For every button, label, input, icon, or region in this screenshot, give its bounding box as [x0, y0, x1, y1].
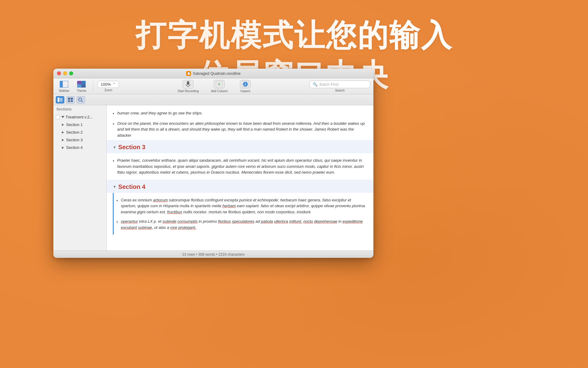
- window-title: 📋 Salvaged Quatrain.ooutline: [186, 71, 241, 76]
- section3-label: Section 3: [66, 138, 83, 142]
- svg-text:+: +: [218, 81, 221, 87]
- sidebar-toggle-button[interactable]: Sidebar: [56, 79, 72, 94]
- section3-expand-icon: [62, 139, 64, 141]
- sidebar-item-treatment[interactable]: Treatment v.2...: [53, 113, 106, 121]
- bullet-item-1: • Once on the planet, the crew encounter…: [113, 119, 367, 140]
- section4-text2: operantur intra LX p. et subinde consump…: [121, 218, 367, 230]
- start-recording-button[interactable]: Start Recording: [174, 79, 201, 94]
- inspect-label: Inspect: [241, 89, 250, 93]
- search-placeholder: Batch Find: [319, 82, 338, 87]
- tool-btn-2[interactable]: [66, 96, 75, 103]
- zoom-label: Zoom: [105, 88, 112, 92]
- app-icon: 📋: [186, 71, 191, 76]
- content-inner: • human crew, and they agree to go see t…: [107, 105, 373, 238]
- section4-content: • Ceras ex omnium arborum satorumque flo…: [113, 193, 367, 235]
- inspect-button[interactable]: i Inspect: [237, 79, 254, 94]
- sidebar: Sections Treatment v.2... Section 1 Sect…: [53, 105, 107, 251]
- main-toolbar: Sidebar Theme 100% ⌃ Zoom: [53, 78, 373, 94]
- sidebar-icon: [59, 80, 69, 88]
- sidebar-header: Sections: [53, 105, 106, 113]
- toolbar-center-group: Start Recording + Add Column: [121, 79, 307, 94]
- section4-title: Section 4: [118, 183, 145, 190]
- maximize-button[interactable]: [69, 71, 73, 75]
- arborum-text: arborum: [153, 198, 168, 202]
- start-recording-label: Start Recording: [177, 89, 198, 93]
- svg-rect-5: [81, 84, 86, 88]
- herbam-text: herbam: [223, 204, 236, 208]
- search-label: Search: [335, 89, 345, 92]
- svg-rect-14: [60, 98, 62, 99]
- svg-rect-4: [77, 84, 81, 88]
- section3-bullet: • Praeter haec, convehitur erithace, qua…: [113, 156, 367, 177]
- svg-rect-18: [71, 98, 73, 100]
- search-group: 🔍 Batch Find Search: [309, 81, 370, 92]
- sidebar-item-section4[interactable]: Section 4: [53, 144, 106, 151]
- svg-rect-15: [60, 99, 62, 100]
- add-column-label: Add Column: [211, 89, 228, 93]
- svg-rect-17: [68, 98, 70, 100]
- add-column-button[interactable]: + Add Column: [208, 79, 231, 94]
- inspect-icon: i: [240, 80, 251, 88]
- tool-btn-1[interactable]: [56, 96, 64, 103]
- status-text: 13 rows • 368 words • 2224 characters: [182, 252, 244, 257]
- treatment-label: Treatment v.2...: [66, 115, 93, 119]
- status-bar: 13 rows • 368 words • 2224 characters: [53, 251, 373, 258]
- bullet-dot-1: •: [113, 121, 114, 139]
- sidebar-item-section2[interactable]: Section 2: [53, 128, 106, 136]
- intro-text: human crew, and they agree to go see the…: [117, 110, 203, 117]
- section2-label: Section 2: [66, 130, 83, 135]
- section3-triangle: ▼: [113, 145, 116, 150]
- s4-bullet-dot-1: •: [116, 198, 118, 215]
- section4-header: ▼ Section 4: [107, 180, 373, 193]
- bullet-dot: •: [113, 111, 114, 117]
- section4-text1: Ceras ex omnium arborum satorumque flori…: [121, 197, 367, 215]
- tool-btn-3[interactable]: [77, 96, 85, 103]
- minimize-button[interactable]: [63, 71, 67, 75]
- section4-area: • Ceras ex omnium arborum satorumque flo…: [113, 193, 367, 235]
- section1-label: Section 1: [66, 122, 83, 127]
- titlebar: 📋 Salvaged Quatrain.ooutline: [53, 69, 373, 78]
- svg-rect-1: [60, 81, 63, 88]
- sidebar-label: Sidebar: [59, 89, 69, 92]
- section1-expand-icon: [62, 124, 64, 126]
- section3-bullet-dot: •: [113, 158, 114, 175]
- s4-bullet-dot-2: •: [116, 219, 118, 230]
- zoom-value[interactable]: 100% ⌃: [98, 81, 119, 88]
- svg-line-22: [81, 101, 83, 102]
- section3-content: • Praeter haec, convehitur erithace, qua…: [113, 153, 367, 180]
- tool-row: [53, 94, 373, 105]
- svg-rect-13: [58, 98, 59, 102]
- section3-header: ▼ Section 3: [107, 140, 373, 153]
- hero-line1: 打字机模式让您的输入: [0, 15, 588, 55]
- svg-rect-20: [71, 100, 73, 102]
- svg-rect-6: [187, 81, 189, 85]
- bullet-text-1: Once on the planet, the crew encounters …: [117, 121, 367, 139]
- theme-icon: [77, 80, 86, 88]
- svg-text:i: i: [245, 82, 246, 86]
- zoom-control: 100% ⌃ Zoom: [98, 81, 119, 92]
- main-area: Sections Treatment v.2... Section 1 Sect…: [53, 105, 373, 251]
- section3-text: Praeter haec, convehitur erithace, quam …: [117, 157, 367, 175]
- app-window: 📋 Salvaged Quatrain.ooutline Sidebar: [53, 69, 373, 258]
- sidebar-item-section1[interactable]: Section 1: [53, 121, 106, 128]
- section2-expand-icon: [62, 131, 64, 134]
- close-button[interactable]: [57, 71, 61, 75]
- traffic-lights: [57, 71, 73, 75]
- search-icon: 🔍: [313, 82, 318, 87]
- svg-rect-19: [68, 100, 70, 102]
- svg-point-21: [79, 98, 82, 101]
- section3-title: Section 3: [118, 144, 145, 151]
- section4-bullet2: • operantur intra LX p. et subinde consu…: [116, 217, 367, 232]
- search-input[interactable]: 🔍 Batch Find: [309, 81, 370, 88]
- add-column-icon: +: [214, 80, 225, 88]
- content-area[interactable]: • human crew, and they agree to go see t…: [107, 105, 373, 251]
- section4-triangle: ▼: [113, 185, 116, 189]
- treatment-checkbox[interactable]: [56, 115, 60, 119]
- theme-button[interactable]: Theme: [74, 79, 89, 94]
- svg-rect-16: [60, 101, 62, 101]
- svg-rect-3: [81, 81, 86, 84]
- section4-expand-icon: [62, 146, 64, 149]
- sidebar-item-section3[interactable]: Section 3: [53, 136, 106, 144]
- microphone-icon: [183, 80, 194, 88]
- expand-icon: [61, 116, 64, 118]
